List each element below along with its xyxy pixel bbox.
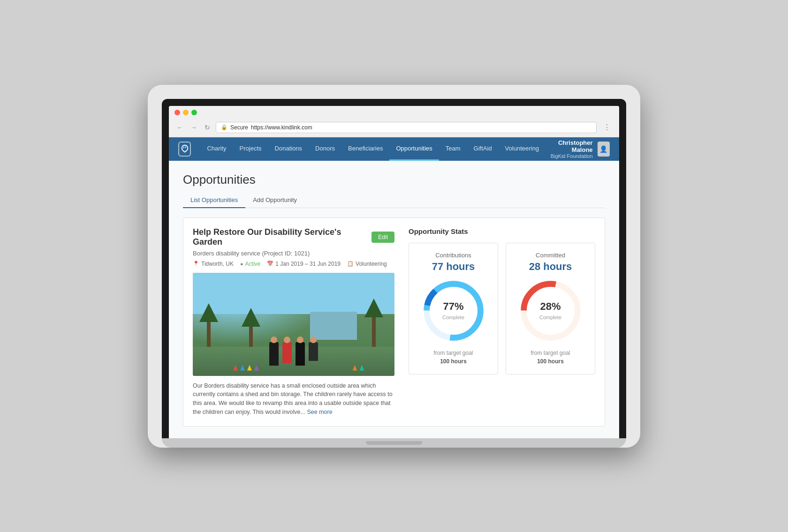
contributions-percent: 77% [442,300,464,313]
scene-tree-1 [207,322,211,350]
nav-projects[interactable]: Projects [233,137,268,161]
nav-team[interactable]: Team [439,137,467,161]
scene-tree-3 [372,317,376,350]
item-red [233,365,238,371]
nav-volunteering[interactable]: Volunteering [499,137,546,161]
secure-icon: 🔒 [221,124,227,130]
opp-left: Help Restore Our Disability Service's Ga… [193,227,394,417]
forward-button[interactable]: → [189,123,199,132]
committed-complete: Complete [539,315,561,320]
contributions-label: Contributions [417,252,489,259]
image-scene [193,273,394,376]
ground-items [233,365,259,371]
reload-button[interactable]: ↻ [203,123,212,132]
secure-label: Secure [230,124,248,131]
laptop-notch [366,441,422,445]
committed-chart: 28% Complete [520,280,581,341]
scene-building [310,312,357,340]
ground-items-right [353,365,364,371]
contributions-complete: Complete [442,315,464,320]
committed-chart-inner: 28% Complete [539,300,561,321]
screen-bezel: ← → ↻ 🔒 Secure https://www.kindlink.com … [162,99,626,438]
committed-percent: 28% [539,300,561,313]
browser-chrome: ← → ↻ 🔒 Secure https://www.kindlink.com … [169,106,619,137]
laptop-shell: ← → ↻ 🔒 Secure https://www.kindlink.com … [148,85,640,448]
committed-value: 28 hours [515,261,586,273]
nav-links: Charity Projects Donations Donors Benefi… [200,137,545,161]
item-yellow [247,365,252,371]
status-icon: ● [240,261,243,267]
user-info: Christopher Malone BigKid Foundation 👤 [546,139,610,159]
user-org: BigKid Foundation [546,153,593,159]
opp-subtitle: Borders disability service (Project ID: … [193,250,394,257]
maximize-button[interactable] [191,110,197,115]
meta-status: ● Active [240,261,260,267]
page-inner: Opportunities List Opportunities Add Opp… [169,161,619,438]
calendar-icon: 📅 [267,261,273,267]
opp-header: Help Restore Our Disability Service's Ga… [193,227,394,247]
person-4 [309,342,318,361]
opp-meta: 📍 Tidworth, UK ● Active 📅 1 Jan 2019 – 3 [193,261,394,267]
location-icon: 📍 [193,261,199,267]
nav-donors[interactable]: Donors [309,137,341,161]
contributions-chart-inner: 77% Complete [442,300,464,321]
meta-location: 📍 Tidworth, UK [193,261,234,267]
more-button[interactable]: ⋮ [600,122,614,133]
tab-add-opportunity[interactable]: Add Opportunity [245,193,304,208]
page-title: Opportunities [183,172,605,187]
nav-beneficiaries[interactable]: Beneficiaries [341,137,389,161]
back-button[interactable]: ← [174,123,185,132]
edit-button[interactable]: Edit [371,232,394,243]
laptop-base [162,438,626,448]
see-more-link[interactable]: See more [307,409,332,415]
screen: ← → ↻ 🔒 Secure https://www.kindlink.com … [169,106,619,438]
opp-stats: Opportunity Stats Contributions 77 hours [409,227,595,417]
user-avatar: 👤 [598,142,610,157]
item-purple [254,365,259,371]
type-icon: 📋 [347,261,354,267]
page-content: Opportunities List Opportunities Add Opp… [169,161,619,438]
person-1 [269,342,279,366]
stats-title: Opportunity Stats [409,227,595,235]
opp-title: Help Restore Our Disability Service's Ga… [193,227,366,247]
stats-cards: Contributions 77 hours [409,243,595,375]
person-2 [282,342,292,363]
item-blue [240,365,245,371]
contributions-card: Contributions 77 hours [409,243,498,375]
committed-target: from target goal 100 hours [515,349,586,366]
opportunity-card: Help Restore Our Disability Service's Ga… [183,217,605,427]
committed-card: Committed 28 hours [506,243,595,375]
titlebar [169,106,619,119]
app-navbar: Charity Projects Donations Donors Benefi… [169,137,619,161]
nav-opportunities[interactable]: Opportunities [389,137,439,161]
nav-charity[interactable]: Charity [200,137,233,161]
person-3 [296,342,305,366]
contributions-target: from target goal 100 hours [417,349,489,366]
scene-people [269,342,318,366]
minimize-button[interactable] [183,110,189,115]
item-teal [360,365,364,371]
meta-type: 📋 Volunteering [347,261,387,267]
user-name: Christopher Malone [546,139,593,153]
url-text: https://www.kindlink.com [251,124,312,131]
browser-nav: ← → ↻ 🔒 Secure https://www.kindlink.com … [169,119,619,137]
opp-description: Our Borders disability service has a sma… [193,382,394,417]
contributions-chart: 77% Complete [423,280,484,341]
page-tabs: List Opportunities Add Opportunity [183,193,605,208]
close-button[interactable] [174,110,180,115]
opp-image [193,273,394,376]
nav-donations[interactable]: Donations [268,137,309,161]
nav-giftaid[interactable]: GiftAid [467,137,499,161]
tab-list-opportunities[interactable]: List Opportunities [183,193,245,208]
item-orange [353,365,357,371]
contributions-value: 77 hours [417,261,489,273]
address-bar[interactable]: 🔒 Secure https://www.kindlink.com [216,122,597,133]
committed-label: Committed [515,252,586,259]
app-logo [178,142,191,157]
meta-dates: 📅 1 Jan 2019 – 31 Jun 2019 [267,261,341,267]
